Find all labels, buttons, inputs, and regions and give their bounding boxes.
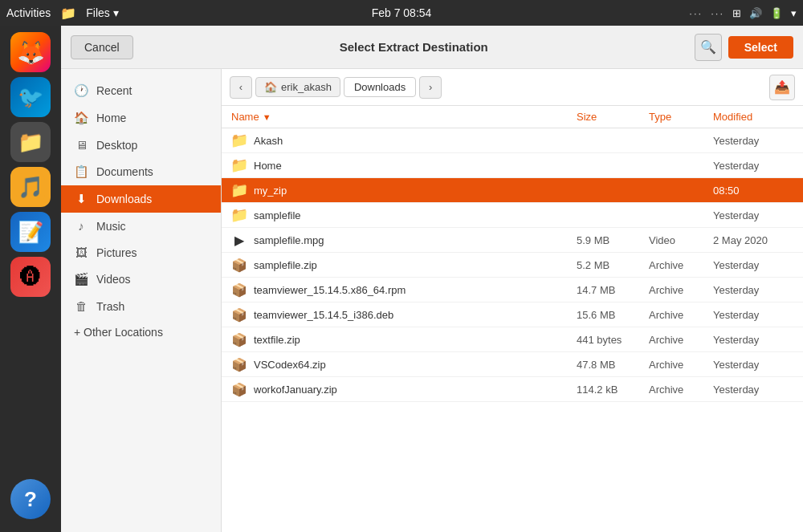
file-type: Archive [649,334,713,346]
pictures-icon: 🖼 [74,246,88,259]
sidebar-item-downloads[interactable]: ⬇ Downloads [61,185,221,213]
sidebar-label-documents: Documents [96,165,153,178]
forward-icon: › [429,81,432,93]
file-name: Home [254,160,282,172]
file-modified: Yesterday [713,384,793,396]
file-row[interactable]: 📦 textfile.zip 441 bytes Archive Yesterd… [222,327,803,352]
select-button[interactable]: Select [728,36,793,59]
header-type[interactable]: Type [649,111,713,123]
file-size: 441 bytes [577,334,649,346]
files-menu-button[interactable]: Files ▾ [86,6,119,19]
file-rows-container: 📁 Akash Yesterday 📁 Home Yesterday 📁 my_… [222,128,803,402]
documents-icon: 📋 [74,164,88,179]
file-modified: Yesterday [713,309,793,321]
file-row[interactable]: 📦 teamviewer_15.14.5.x86_64.rpm 14.7 MB … [222,278,803,303]
back-button[interactable]: ‹ [230,76,252,99]
file-list-header: Name ▼ Size Type Modified [222,106,803,128]
file-name: workofJanuary.zip [254,384,337,396]
file-modified: Yesterday [713,334,793,346]
file-size: 114.2 kB [577,384,649,396]
sidebar-label-other: + Other Locations [74,326,163,339]
file-modified: Yesterday [713,359,793,371]
dock-rhythmbox[interactable]: 🎵 [10,167,51,207]
breadcrumb-home-label: erik_akash [281,81,332,93]
sidebar-item-recent[interactable]: 🕐 Recent [61,77,221,104]
sidebar-item-videos[interactable]: 🎬 Videos [61,266,221,293]
dock-help[interactable]: ? [10,479,51,519]
file-type: Archive [649,384,713,396]
sidebar-item-pictures[interactable]: 🖼 Pictures [61,239,221,266]
file-name: teamviewer_15.14.5_i386.deb [254,309,393,321]
file-name: teamviewer_15.14.5.x86_64.rpm [254,284,406,296]
recent-icon: 🕐 [74,83,88,98]
dock-firefox[interactable]: 🦊 [10,32,51,72]
cancel-button[interactable]: Cancel [71,35,133,59]
file-modified: Yesterday [713,209,793,221]
file-modified: Yesterday [713,284,793,296]
breadcrumb-right: 📤 [769,75,795,100]
activities-button[interactable]: Activities [6,6,51,19]
dialog-body: 🕐 Recent 🏠 Home 🖥 Desktop 📋 Documents ⬇ … [61,69,803,532]
dock-thunderbird[interactable]: 🐦 [10,77,51,117]
file-type: Archive [649,284,713,296]
file-row[interactable]: 📦 VSCodex64.zip 47.8 MB Archive Yesterda… [222,352,803,377]
file-type: Archive [649,359,713,371]
sidebar-label-videos: Videos [96,273,131,286]
main-area: ‹ 🏠 erik_akash Downloads › 📤 [222,69,803,532]
header-modified[interactable]: Modified [713,111,793,123]
file-row[interactable]: 📁 Home Yesterday [222,153,803,178]
sidebar-item-home[interactable]: 🏠 Home [61,104,221,132]
file-name: samplefile.zip [254,259,317,271]
topbar-dots-2[interactable]: ··· [711,7,724,19]
file-row[interactable]: 📁 my_zip 08:50 [222,178,803,203]
file-modified: 08:50 [713,185,793,197]
file-name: VSCodex64.zip [254,359,326,371]
sidebar-label-music: Music [96,220,126,233]
dock-appstore[interactable]: 🅐 [10,257,51,297]
new-folder-button[interactable]: 📤 [769,75,795,100]
file-row[interactable]: 📁 Akash Yesterday [222,128,803,153]
file-icon: ▶ [231,232,247,248]
file-modified: Yesterday [713,259,793,271]
back-icon: ‹ [239,81,243,93]
breadcrumb-bar: ‹ 🏠 erik_akash Downloads › 📤 [222,69,803,106]
file-row[interactable]: 📦 samplefile.zip 5.2 MB Archive Yesterda… [222,253,803,278]
file-size: 47.8 MB [577,359,649,371]
sidebar-label-desktop: Desktop [96,139,137,152]
file-icon: 📁 [231,132,247,148]
file-row[interactable]: 📦 teamviewer_15.14.5_i386.deb 15.6 MB Ar… [222,303,803,327]
forward-button[interactable]: › [419,76,442,99]
file-name: Akash [254,135,283,147]
file-name: samplefile [254,209,301,221]
dock-files[interactable]: 📁 [10,122,51,162]
power-icon: ▾ [791,7,797,19]
breadcrumb-downloads[interactable]: Downloads [344,77,416,97]
file-row[interactable]: ▶ samplefile.mpg 5.9 MB Video 2 May 2020 [222,228,803,253]
dock-writer[interactable]: 📝 [10,212,51,252]
file-row[interactable]: 📁 samplefile Yesterday [222,203,803,228]
sidebar-item-desktop[interactable]: 🖥 Desktop [61,132,221,158]
topbar-dots-1[interactable]: ··· [689,7,703,19]
breadcrumb-home[interactable]: 🏠 erik_akash [255,77,340,97]
dock: 🦊 🐦 📁 🎵 📝 🅐 ? [0,26,61,532]
sort-arrow-icon: ▼ [263,112,271,122]
file-icon: 📦 [231,331,247,347]
sidebar-item-music[interactable]: ♪ Music [61,213,221,239]
sidebar-label-pictures: Pictures [96,246,137,259]
file-icon: 📁 [231,207,247,223]
header-name[interactable]: Name ▼ [231,111,577,123]
file-type: Video [649,234,713,246]
file-size: 15.6 MB [577,309,649,321]
sidebar-item-other-locations[interactable]: + Other Locations [61,319,221,345]
folder-topbar-icon: 📁 [60,6,76,21]
file-modified: Yesterday [713,160,793,172]
sidebar-item-trash[interactable]: 🗑 Trash [61,293,221,319]
header-size[interactable]: Size [577,111,649,123]
search-button[interactable]: 🔍 [695,34,722,61]
file-row[interactable]: 📦 workofJanuary.zip 114.2 kB Archive Yes… [222,377,803,402]
new-folder-icon: 📤 [774,79,790,95]
file-icon: 📦 [231,381,247,397]
sidebar-item-documents[interactable]: 📋 Documents [61,158,221,185]
dialog-header: Cancel Select Extract Destination 🔍 Sele… [61,26,803,69]
sidebar-label-downloads: Downloads [96,193,152,205]
